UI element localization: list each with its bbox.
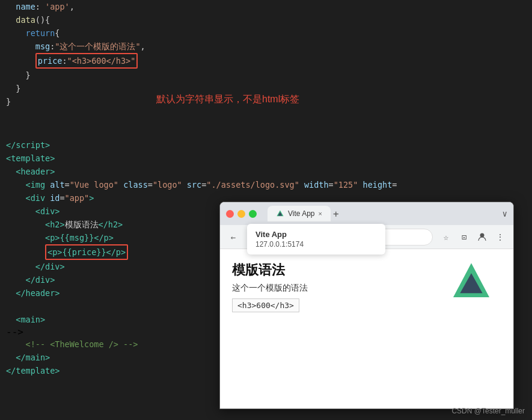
code-line-4: msg:"这个一个模版的语法",: [6, 40, 532, 53]
nav-back-button[interactable]: ←: [225, 229, 242, 246]
content-text: 这个一个模版的语法: [232, 283, 429, 294]
vue-logo-icon: [447, 261, 495, 309]
menu-icon[interactable]: ⋮: [492, 229, 509, 246]
code-line-1: name: 'app',: [6, 0, 532, 13]
browser-dot-green[interactable]: [249, 210, 257, 218]
browser-tab-label: Vite App: [288, 209, 314, 218]
browser-new-tab-button[interactable]: +: [333, 208, 339, 220]
code-line-6: }: [6, 69, 532, 82]
content-heading: 模版语法: [232, 261, 429, 279]
browser-content: 模版语法 这个一个模版的语法 <h3>600</h3>: [220, 249, 513, 409]
code-line-11: <header>: [6, 165, 532, 178]
browser-tab-area: Vite App × +: [268, 206, 499, 221]
price-template-highlight: <p>{{price}}</p>: [45, 244, 128, 260]
tab-favicon-icon: [276, 209, 284, 218]
browser-tab-close[interactable]: ×: [318, 210, 322, 217]
browser-dot-red[interactable]: [226, 210, 234, 218]
account-icon[interactable]: [474, 229, 491, 246]
watermark: CSDN @Tester_muller: [451, 407, 525, 415]
code-line-5: price:"<h3>600</h3>": [6, 53, 532, 69]
content-code-box: <h3>600</h3>: [232, 298, 299, 312]
browser-chevron-icon[interactable]: ∨: [503, 209, 507, 218]
browser-titlebar: Vite App × + ∨: [220, 202, 513, 225]
code-line-9: </script>: [6, 138, 532, 152]
code-line-2: data(){: [6, 13, 532, 26]
browser-content-left: 模版语法 这个一个模版的语法 <h3>600</h3>: [232, 261, 429, 397]
code-line-10: <template>: [6, 152, 532, 165]
browser-dot-yellow[interactable]: [237, 210, 245, 218]
window-icon[interactable]: ⊡: [456, 229, 472, 246]
url-dropdown: Vite App 127.0.0.1:5174: [247, 224, 385, 255]
dropdown-site-url: 127.0.0.1:5174: [255, 240, 377, 249]
browser-toolbar-icons: ☆ ⊡ ⋮: [438, 229, 509, 246]
bookmark-icon[interactable]: ☆: [438, 229, 454, 246]
browser-tab[interactable]: Vite App ×: [268, 206, 331, 221]
dropdown-site-name: Vite App: [255, 230, 377, 239]
annotation-text: 默认为字符串显示，不是html标签: [156, 93, 299, 106]
code-line-12: <img alt="Vue logo" class="logo" src="./…: [6, 178, 532, 191]
browser-window: Vite App × + ∨ ← → C 127.0.0.1:5174 ☆ ⊡ …: [219, 202, 514, 409]
code-line-3: return{: [6, 26, 532, 40]
vue-logo-area: [441, 261, 501, 397]
price-highlight: price:"<h3>600</h3>": [35, 53, 138, 69]
